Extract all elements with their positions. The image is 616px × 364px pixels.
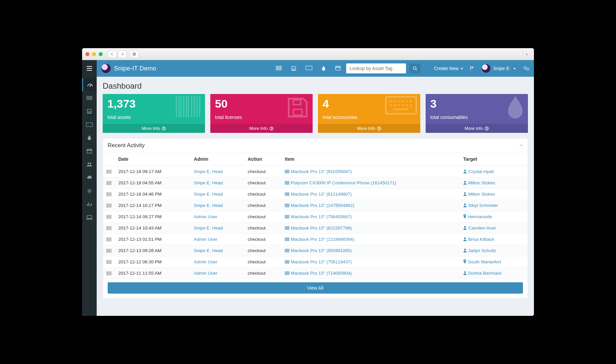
view-all-button[interactable]: View All — [108, 282, 523, 294]
search-button[interactable] — [409, 63, 421, 73]
stat-label: total accessories — [323, 115, 416, 120]
sidebar-item-consumables[interactable] — [82, 131, 97, 144]
cell-admin[interactable]: Admin User — [191, 234, 245, 245]
cell-date: 2017-12-18 09:17 AM — [115, 166, 191, 177]
sidebar-item-reports[interactable] — [82, 198, 97, 211]
sidebar-item-accessories[interactable] — [82, 118, 97, 131]
brand[interactable]: Snipe-IT Demo — [97, 64, 161, 73]
minimize-window-button[interactable] — [92, 52, 96, 56]
sidebar-item-settings[interactable] — [82, 184, 97, 198]
cell-admin[interactable]: Snipe E. Head — [191, 177, 245, 189]
user-icon — [463, 169, 467, 173]
cell-admin[interactable]: Snipe E. Head — [191, 189, 245, 200]
keyboard-icon[interactable] — [306, 66, 312, 71]
cell-item[interactable]: Macbook Pro 13" (714000904) — [281, 268, 460, 279]
barcode-icon — [285, 192, 289, 196]
svg-point-25 — [464, 226, 466, 228]
panel-collapse-button[interactable]: − — [519, 142, 523, 149]
cell-item[interactable]: Macbook Pro 13" (756119437) — [281, 256, 460, 268]
chevron-down-icon — [513, 66, 516, 71]
cell-admin[interactable]: Snipe E. Head — [191, 245, 245, 256]
barcode-icon — [285, 260, 289, 264]
cell-target[interactable]: Camden Huel — [460, 223, 528, 234]
stat-card-more-link[interactable]: More Info — [210, 124, 313, 133]
cell-target[interactable]: Milton Stokes — [460, 177, 528, 189]
sidebar-item-components[interactable] — [82, 144, 97, 158]
create-new-label: Create New — [434, 66, 459, 71]
barcode-icon — [285, 249, 289, 252]
sidebar-item-people[interactable] — [82, 158, 97, 171]
barcode-icon — [285, 271, 289, 275]
cell-item[interactable]: Macbook Pro 13" (1478504862) — [281, 200, 460, 211]
user-icon — [463, 271, 467, 275]
svg-point-21 — [464, 181, 466, 183]
tint-icon[interactable] — [322, 66, 326, 71]
cell-item[interactable]: Macbook Pro 13" (910295047) — [281, 166, 460, 177]
stat-card-more-link[interactable]: More Info — [318, 124, 420, 133]
barcode-icon — [103, 166, 115, 177]
cell-date: 2017-12-13 01:51 PM — [115, 234, 191, 245]
cell-target[interactable]: Crystal Hyatt — [460, 166, 528, 177]
cell-item[interactable]: Macbook Pro 13" (756405667) — [281, 211, 460, 223]
cell-item[interactable]: Macbook Pro 13" (1218498394) — [281, 234, 460, 245]
table-row: 2017-12-14 10:43 AMSnipe E. Headcheckout… — [103, 223, 528, 234]
cell-target[interactable]: Hermanside — [460, 211, 528, 223]
add-bookmark-button[interactable] — [130, 50, 139, 58]
svg-point-26 — [464, 237, 466, 239]
keyboard-icon — [385, 96, 417, 115]
svg-rect-12 — [87, 216, 92, 219]
avatar — [482, 64, 490, 73]
forward-button[interactable] — [118, 50, 127, 58]
svg-rect-1 — [293, 69, 295, 70]
cell-item[interactable]: Polycom CX3000 IP Conference Phone (1614… — [281, 177, 460, 189]
sidebar-item-import[interactable] — [82, 171, 97, 184]
svg-point-13 — [162, 127, 165, 130]
cell-date: 2017-12-14 09:27 PM — [115, 211, 191, 223]
svg-rect-15 — [293, 100, 301, 105]
asset-tag-search-input[interactable] — [346, 63, 406, 73]
archive-icon[interactable] — [335, 66, 341, 71]
cell-item[interactable]: Macbook Pro 13" (622287798) — [281, 223, 460, 234]
barcode-icon[interactable] — [276, 66, 282, 71]
cell-target[interactable]: Jadyn Schultz — [460, 245, 528, 256]
cell-target[interactable]: Milton Stokes — [460, 189, 528, 200]
create-new-dropdown[interactable]: Create New — [434, 66, 463, 71]
cell-item[interactable]: Macbook Pro 13" (955981065) — [281, 245, 460, 256]
new-tab-button[interactable]: + — [523, 50, 531, 58]
close-window-button[interactable] — [85, 52, 89, 56]
settings-gears-icon[interactable] — [523, 66, 529, 71]
cell-admin[interactable]: Snipe E. Head — [191, 223, 245, 234]
back-button[interactable] — [108, 50, 117, 58]
sidebar-item-requestable[interactable] — [82, 211, 97, 224]
svg-point-20 — [464, 170, 466, 171]
cell-admin[interactable]: Admin User — [191, 268, 245, 279]
stat-card-more-link[interactable]: More Info — [426, 124, 528, 133]
user-menu[interactable]: Snipe E. — [482, 64, 516, 73]
cell-action: checkout — [244, 223, 281, 234]
cell-target[interactable]: South Marianfort — [460, 256, 528, 268]
cell-admin[interactable]: Admin User — [191, 256, 245, 268]
save-icon[interactable] — [291, 66, 296, 71]
cell-admin[interactable]: Snipe E. Head — [191, 200, 245, 211]
barcode-icon — [103, 234, 115, 245]
cell-target[interactable]: Sibyl Schmeler — [460, 200, 528, 211]
sidebar-item-licenses[interactable] — [82, 105, 97, 118]
flag-icon[interactable] — [470, 66, 474, 71]
sidebar-item-dashboard[interactable] — [82, 78, 97, 91]
sidebar-item-assets[interactable] — [82, 91, 97, 105]
cell-admin[interactable]: Snipe E. Head — [191, 166, 245, 177]
cell-target[interactable]: Brisa Kilback — [460, 234, 528, 245]
cell-item[interactable]: Macbook Pro 13" (812149807) — [281, 189, 460, 200]
col-date: Date — [115, 152, 191, 166]
app-body: Dashboard 1,373 total assets More Info 5… — [82, 77, 534, 316]
cell-target[interactable]: Dortha Bernhard — [460, 268, 528, 279]
cell-action: checkout — [244, 245, 281, 256]
maximize-window-button[interactable] — [99, 52, 103, 56]
window-titlebar: + — [82, 48, 534, 60]
cell-action: checkout — [244, 177, 281, 189]
col-action: Action — [244, 152, 281, 166]
cell-admin[interactable]: Admin User — [191, 211, 245, 223]
stat-card-more-link[interactable]: More Info — [103, 124, 205, 133]
sidebar-toggle-button[interactable] — [82, 60, 97, 77]
col-admin: Admin — [191, 152, 245, 166]
